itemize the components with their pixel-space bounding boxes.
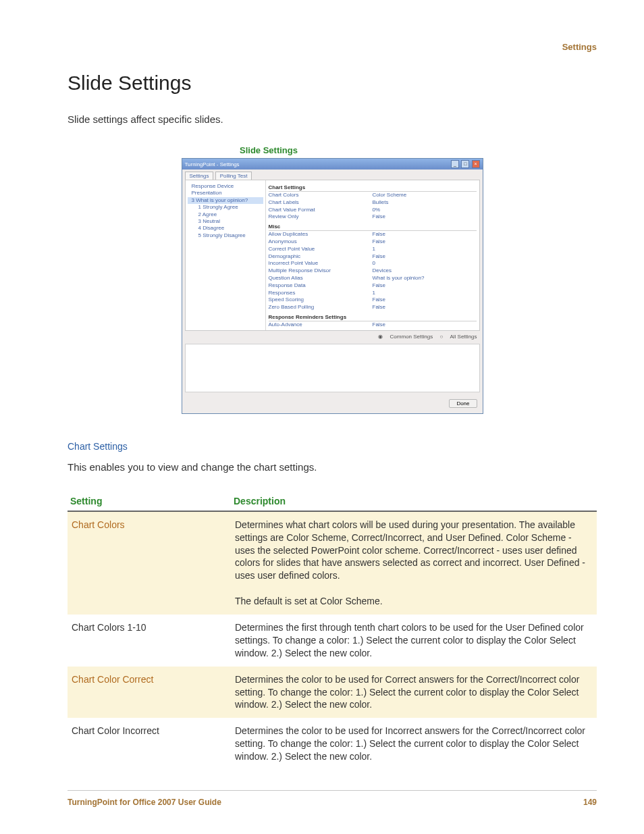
close-icon[interactable]: × [472,160,480,168]
tab-settings[interactable]: Settings [185,172,214,180]
setting-name: Chart Color Correct [68,667,231,719]
setting-key: Response Data [269,282,373,290]
setting-key: Speed Scoring [269,296,373,304]
tree-node[interactable]: 3 Neutral [188,218,263,225]
window-title: TurningPoint - Settings [185,161,240,167]
settings-group-header: Response Reminders Settings [269,313,477,321]
settings-row[interactable]: Chart ColorsColor Scheme [269,192,477,199]
setting-key: Incorrect Point Value [269,260,373,267]
tree-node[interactable]: Presentation [188,190,263,197]
minimize-icon[interactable]: _ [451,160,459,168]
setting-value: False [373,213,477,221]
figure-caption: Slide Settings [240,145,597,155]
maximize-icon[interactable]: □ [461,160,469,168]
setting-name: Chart Colors [68,511,231,615]
setting-key: Question Alias [269,275,373,282]
setting-key: Chart Colors [269,192,373,199]
subsection-lead: This enables you to view and change the … [68,461,597,473]
tree-node[interactable]: 2 Agree [188,211,263,218]
setting-key: Multiple Response Divisor [269,267,373,275]
table-row: Chart ColorsDetermines what chart colors… [68,511,597,615]
setting-value: False [373,238,477,246]
setting-description: Determines the first through tenth chart… [231,615,597,667]
window-buttons: _ □ × [450,160,479,168]
table-row: Chart Colors 1-10Determines the first th… [68,615,597,667]
settings-scope-radios: ◉ Common Settings ○ All Settings [182,331,483,341]
window-tabs: Settings Polling Test [182,170,483,180]
setting-key: Demographic [269,253,373,261]
setting-value: False [373,231,477,238]
settings-row[interactable]: Chart LabelsBullets [269,199,477,207]
setting-value: 0 [373,260,477,267]
setting-key: Review Only [269,213,373,221]
setting-key: Chart Labels [269,199,373,207]
table-row: Chart Color CorrectDetermines the color … [68,667,597,719]
settings-group-header: Misc [269,222,477,231]
setting-key: Auto-Advance [269,321,373,329]
setting-key: Chart Value Format [269,207,373,214]
setting-value: Color Scheme [373,192,477,199]
settings-row[interactable]: Speed ScoringFalse [269,296,477,304]
settings-row[interactable]: AnonymousFalse [269,238,477,246]
settings-row[interactable]: Response DataFalse [269,282,477,290]
setting-key: Anonymous [269,238,373,246]
setting-value: Devices [373,267,477,275]
settings-row[interactable]: Zero Based PollingFalse [269,304,477,311]
settings-row[interactable]: Chart Value Format0% [269,207,477,214]
setting-value: Bullets [373,199,477,207]
setting-value: False [373,282,477,290]
setting-value: False [373,296,477,304]
footer-left: TurningPoint for Office 2007 User Guide [68,798,221,807]
setting-value: 0% [373,207,477,214]
settings-list: Chart SettingsChart ColorsColor SchemeCh… [266,180,479,330]
navigation-tree[interactable]: Response DevicePresentation3 What is you… [186,180,266,330]
description-panel [185,344,480,392]
settings-group-header: Chart Settings [269,183,477,192]
setting-description: Determines what chart colors will be use… [231,511,597,615]
settings-row[interactable]: Auto-AdvanceFalse [269,321,477,329]
col-description: Description [231,492,597,511]
setting-name: Chart Colors 1-10 [68,615,231,667]
col-setting: Setting [68,492,231,511]
setting-name: Chart Color Incorrect [68,718,231,770]
tree-node[interactable]: 4 Disagree [188,225,263,232]
page-intro: Slide settings affect specific slides. [68,113,597,125]
page-footer: TurningPoint for Office 2007 User Guide … [68,790,597,807]
setting-key: Correct Point Value [269,246,373,253]
setting-value: False [373,304,477,311]
setting-key: Zero Based Polling [269,304,373,311]
tree-node[interactable]: Response Device [188,183,263,190]
setting-key: Allow Duplicates [269,231,373,238]
radio-all-label: All Settings [450,334,477,340]
radio-common-label: Common Settings [390,334,433,340]
footer-page-number: 149 [583,798,597,807]
tree-node[interactable]: 3 What is your opinion? [188,197,263,204]
settings-row[interactable]: Incorrect Point Value0 [269,260,477,267]
tree-node[interactable]: 5 Strongly Disagree [188,232,263,239]
page-title: Slide Settings [68,72,597,95]
window-titlebar: TurningPoint - Settings _ □ × [182,159,483,170]
radio-common-settings[interactable]: ◉ Common Settings [378,334,433,340]
setting-value: False [373,253,477,261]
setting-key: Responses [269,290,373,297]
tab-polling-test[interactable]: Polling Test [215,172,252,180]
setting-value: 1 [373,290,477,297]
settings-row[interactable]: Correct Point Value1 [269,246,477,253]
header-section: Settings [562,42,597,52]
setting-value: 1 [373,246,477,253]
settings-row[interactable]: Review OnlyFalse [269,213,477,221]
setting-description: Determines the color to be used for Corr… [231,667,597,719]
settings-row[interactable]: Multiple Response DivisorDevices [269,267,477,275]
settings-row[interactable]: Question AliasWhat is your opinion? [269,275,477,282]
setting-description: Determines the color to be used for Inco… [231,718,597,770]
settings-row[interactable]: Responses1 [269,290,477,297]
tree-node[interactable]: 1 Strongly Agree [188,204,263,211]
done-button[interactable]: Done [449,399,477,408]
table-row: Chart Color IncorrectDetermines the colo… [68,718,597,770]
setting-value: What is your opinion? [373,275,477,282]
radio-all-settings[interactable]: ○ All Settings [439,334,477,340]
settings-row[interactable]: DemographicFalse [269,253,477,261]
subsection-title: Chart Settings [68,441,597,452]
settings-table: Setting Description Chart ColorsDetermin… [68,492,597,770]
settings-row[interactable]: Allow DuplicatesFalse [269,231,477,238]
